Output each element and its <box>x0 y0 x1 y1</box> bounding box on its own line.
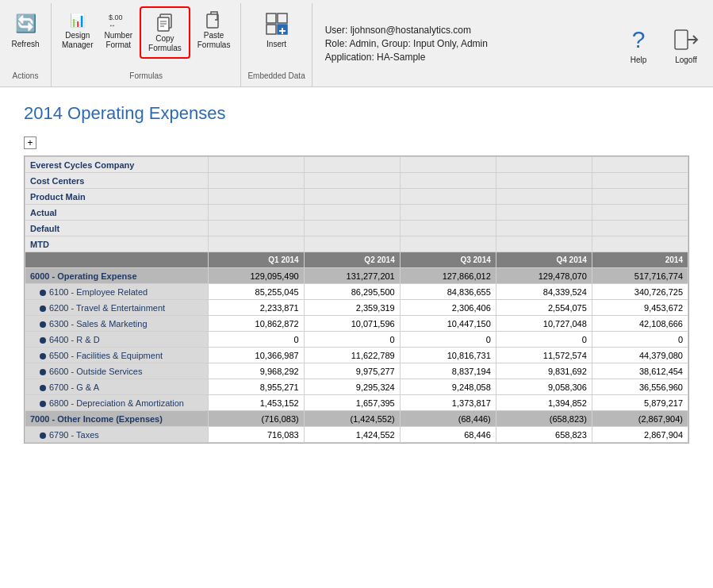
row-val-q3: 10,447,150 <box>400 316 496 332</box>
row-val-q4: 658,823 <box>496 427 592 443</box>
paste-formulas-label: PasteFormulas <box>197 31 231 50</box>
actions-group-label: Actions <box>13 68 39 83</box>
table-row: 6800 - Depreciation & Amortization 1,453… <box>25 395 688 411</box>
copy-formulas-button[interactable]: CopyFormulas <box>144 10 186 56</box>
help-label: Help <box>631 56 647 64</box>
account-buttons: ? Help Logoff <box>611 3 713 86</box>
row-val-total: 5,879,217 <box>592 395 688 411</box>
meta-row-company: Everest Cycles Company <box>25 157 688 173</box>
row-val-q4: 0 <box>496 332 592 348</box>
row-label: 6200 - Travel & Entertainment <box>25 300 209 316</box>
row-val-q1: 2,233,871 <box>208 300 304 316</box>
page-content: 2014 Operating Expenses + Everest Cycles… <box>0 87 713 459</box>
row-label: 6300 - Sales & Marketing <box>25 316 209 332</box>
row-val-q3: 10,816,731 <box>400 348 496 363</box>
bullet-icon <box>40 369 46 375</box>
svg-rect-9 <box>278 13 287 23</box>
table-header-row: Q1 2014 Q2 2014 Q3 2014 Q4 2014 2014 <box>25 252 688 268</box>
actual-label: Actual <box>25 205 209 221</box>
design-manager-label: DesignManager <box>62 31 93 50</box>
table-row: 7000 - Other Income (Expenses) (716,083)… <box>25 411 688 427</box>
row-label: 6100 - Employee Related <box>25 284 209 300</box>
help-button[interactable]: ? Help <box>618 22 659 67</box>
svg-rect-10 <box>266 25 276 34</box>
paste-formulas-button[interactable]: PasteFormulas <box>194 6 235 52</box>
data-table: Everest Cycles Company Cost Centers Prod… <box>25 156 688 443</box>
row-val-total: 44,379,080 <box>592 348 688 363</box>
row-label: 6000 - Operating Expense <box>25 268 209 284</box>
row-val-q1: 716,083 <box>208 427 304 443</box>
row-val-q1: 10,366,987 <box>208 348 304 363</box>
design-manager-button[interactable]: 📊 DesignManager <box>58 6 97 52</box>
mtd-label: MTD <box>25 236 209 252</box>
toolbar-group-actions: 🔄 Refresh Actions <box>0 3 52 86</box>
row-val-q3: 1,373,817 <box>400 395 496 411</box>
row-val-total: 36,556,960 <box>592 379 688 395</box>
row-val-q1: 1,453,152 <box>208 395 304 411</box>
bullet-icon <box>40 401 46 407</box>
row-val-q2: 9,975,277 <box>304 363 400 379</box>
row-val-q1: 9,968,292 <box>208 363 304 379</box>
logoff-icon <box>672 25 700 54</box>
svg-text:$.00: $.00 <box>109 13 123 21</box>
row-val-q1: 8,955,271 <box>208 379 304 395</box>
header-q1: Q1 2014 <box>208 252 304 268</box>
header-label-col <box>25 252 209 268</box>
insert-button[interactable]: Insert <box>258 6 296 52</box>
embedded-group-label: Embedded Data <box>247 68 305 83</box>
table-row: 6200 - Travel & Entertainment 2,233,871 … <box>25 300 688 316</box>
table-row: 6300 - Sales & Marketing 10,862,872 10,0… <box>25 316 688 332</box>
page-title: 2014 Operating Expenses <box>24 103 689 124</box>
toolbar-group-formulas: 📊 DesignManager $.00 ↔ NumberFormat <box>52 3 241 86</box>
meta-row-actual: Actual <box>25 205 688 221</box>
copy-formulas-label: CopyFormulas <box>148 34 182 53</box>
bullet-icon <box>40 385 46 391</box>
refresh-button[interactable]: 🔄 Refresh <box>6 6 44 52</box>
row-val-q2: 10,071,596 <box>304 316 400 332</box>
row-val-total: 517,716,774 <box>592 268 688 284</box>
insert-icon <box>263 10 291 38</box>
row-val-q2: 2,359,319 <box>304 300 400 316</box>
svg-text:↔: ↔ <box>109 21 116 29</box>
insert-label: Insert <box>266 40 286 49</box>
number-format-button[interactable]: $.00 ↔ NumberFormat <box>100 6 136 52</box>
row-val-q1: 10,862,872 <box>208 316 304 332</box>
meta-row-mtd: MTD <box>25 236 688 252</box>
row-val-q2: 86,295,500 <box>304 284 400 300</box>
row-val-q4: 2,554,075 <box>496 300 592 316</box>
meta-row-cost-centers: Cost Centers <box>25 173 688 189</box>
logoff-label: Logoff <box>675 56 697 64</box>
row-label: 6800 - Depreciation & Amortization <box>25 395 209 411</box>
table-row: 6600 - Outside Services 9,968,292 9,975,… <box>25 363 688 379</box>
meta-row-product: Product Main <box>25 189 688 205</box>
table-row: 6000 - Operating Expense 129,095,490 131… <box>25 268 688 284</box>
row-val-total: 38,612,454 <box>592 363 688 379</box>
expand-button[interactable]: + <box>24 136 36 149</box>
logoff-button[interactable]: Logoff <box>665 22 707 67</box>
toolbar-group-embedded: Insert Embedded Data <box>241 3 312 86</box>
row-val-q1: 129,095,490 <box>208 268 304 284</box>
formulas-group-label: Formulas <box>129 68 163 83</box>
row-label: 6500 - Facilities & Equipment <box>25 348 209 363</box>
table-row: 6500 - Facilities & Equipment 10,366,987… <box>25 348 688 363</box>
header-2014: 2014 <box>592 252 688 268</box>
row-val-q3: (68,446) <box>400 411 496 427</box>
copy-formulas-icon <box>154 12 176 34</box>
row-val-q2: 1,657,395 <box>304 395 400 411</box>
row-val-q3: 9,248,058 <box>400 379 496 395</box>
row-val-q2: 11,622,789 <box>304 348 400 363</box>
cost-centers-label: Cost Centers <box>25 173 209 189</box>
header-q2: Q2 2014 <box>304 252 400 268</box>
row-label: 7000 - Other Income (Expenses) <box>25 411 209 427</box>
row-val-q4: (658,823) <box>496 411 592 427</box>
row-val-total: 42,108,666 <box>592 316 688 332</box>
row-val-q3: 0 <box>400 332 496 348</box>
row-label: 6400 - R & D <box>25 332 209 348</box>
row-label: 6700 - G & A <box>25 379 209 395</box>
row-val-q2: 131,277,201 <box>304 268 400 284</box>
bullet-icon <box>40 432 46 439</box>
row-label: 6600 - Outside Services <box>25 363 209 379</box>
row-val-q1: 0 <box>208 332 304 348</box>
row-val-total: 9,453,672 <box>592 300 688 316</box>
number-format-label: NumberFormat <box>104 31 132 50</box>
